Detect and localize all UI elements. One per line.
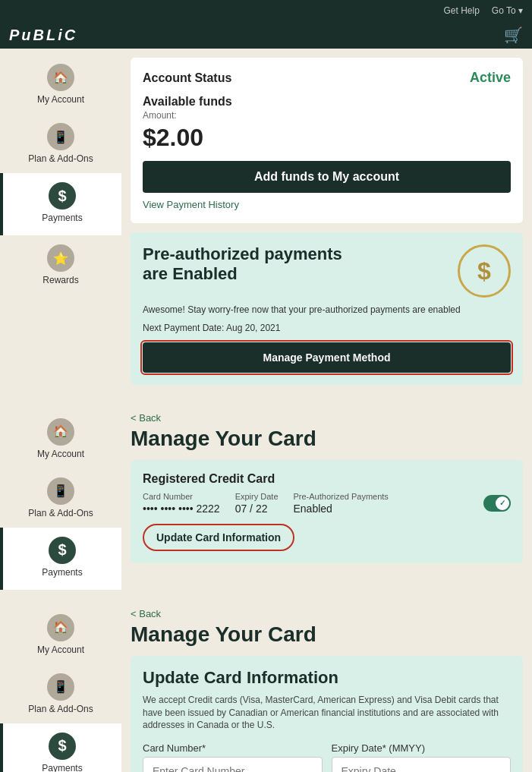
form-row-card-expiry: Card Number* Expiry Date* (MMYY) xyxy=(143,742,511,772)
content-area-2: Back Manage Your Card Registered Credit … xyxy=(121,403,532,590)
update-form-description: We accept Credit cards (Visa, MasterCard… xyxy=(143,694,511,732)
home-icon-1: 🏠 xyxy=(47,64,74,91)
expiry-group: Expiry Date 07 / 22 xyxy=(235,492,279,515)
available-funds-label: Available funds xyxy=(143,95,511,109)
sidebar-label-plan-3: Plan & Add-Ons xyxy=(28,704,93,714)
preauth-header: Pre-authorized payments are Enabled $ xyxy=(143,244,511,298)
card-number-form-label: Card Number* xyxy=(143,742,323,754)
registered-card-section: Registered Credit Card Card Number •••• … xyxy=(131,460,523,563)
sidebar-item-payments-1[interactable]: $ Payments xyxy=(0,173,121,235)
sidebar-item-my-account-1[interactable]: 🏠 My Account xyxy=(0,55,121,114)
sidebar-label-my-account-3: My Account xyxy=(37,644,84,655)
section-divider-2 xyxy=(0,590,532,599)
sidebar-label-payments-3: Payments xyxy=(42,763,82,772)
preauth-card: Pre-authorized payments are Enabled $ Aw… xyxy=(131,232,523,385)
brand-logo: PuBLiC xyxy=(9,27,77,44)
dollar-circle-icon: $ xyxy=(458,244,511,298)
amount-value: $2.00 xyxy=(143,124,511,152)
sidebar-3: 🏠 My Account 📱 Plan & Add-Ons $ Payments… xyxy=(0,599,121,772)
card-number-form-group: Card Number* xyxy=(143,742,323,772)
next-payment-label: Next Payment Date: xyxy=(143,323,224,333)
payments-icon-3: $ xyxy=(49,733,76,760)
sidebar-label-my-account-1: My Account xyxy=(37,94,84,105)
expiry-value: 07 / 22 xyxy=(235,503,279,515)
card-number-group: Card Number •••• •••• •••• 2222 xyxy=(143,492,220,515)
amount-label: Amount: xyxy=(143,110,511,121)
sidebar-item-my-account-3[interactable]: 🏠 My Account xyxy=(0,605,121,664)
expiry-form-label: Expiry Date* (MMYY) xyxy=(332,742,512,754)
sidebar-2: 🏠 My Account 📱 Plan & Add-Ons $ Payments xyxy=(0,403,121,590)
expiry-input[interactable] xyxy=(332,757,512,772)
content-area-1: Account Status Active Available funds Am… xyxy=(121,49,532,394)
update-form-section: Update Card Information We accept Credit… xyxy=(131,656,523,772)
section-1-panel: 🏠 My Account 📱 Plan & Add-Ons $ Payments… xyxy=(0,49,532,394)
preauth-toggle[interactable]: ✓ xyxy=(483,495,511,512)
sidebar-1: 🏠 My Account 📱 Plan & Add-Ons $ Payments… xyxy=(0,49,121,394)
home-icon-3: 🏠 xyxy=(47,614,74,641)
rewards-icon-1: ⭐ xyxy=(47,244,74,272)
account-status-header: Account Status Active xyxy=(143,70,511,86)
add-funds-button[interactable]: Add funds to My account xyxy=(143,161,511,193)
plan-icon-2: 📱 xyxy=(47,477,74,505)
preauth-title: Pre-authorized payments are Enabled xyxy=(143,244,370,285)
expiry-form-group: Expiry Date* (MMYY) xyxy=(332,742,512,772)
back-link-3[interactable]: Back xyxy=(131,608,523,619)
back-link-2[interactable]: Back xyxy=(131,412,523,424)
sidebar-item-rewards-1[interactable]: ⭐ Rewards xyxy=(0,235,121,295)
cart-icon[interactable]: 🛒 xyxy=(504,26,523,44)
payments-icon-2: $ xyxy=(49,537,76,564)
view-payment-history-link[interactable]: View Payment History xyxy=(143,199,239,210)
sidebar-label-payments-1: Payments xyxy=(42,213,82,223)
preauth-status-label: Pre-Authorized Payments xyxy=(294,492,389,501)
plan-icon-1: 📱 xyxy=(47,123,74,150)
sidebar-label-plan-1: Plan & Add-Ons xyxy=(28,153,93,164)
manage-card-title-3: Manage Your Card xyxy=(131,622,523,647)
sidebar-label-my-account-2: My Account xyxy=(37,449,84,459)
sidebar-item-payments-2[interactable]: $ Payments xyxy=(0,528,121,590)
card-number-label: Card Number xyxy=(143,492,220,501)
plan-icon-3: 📱 xyxy=(47,673,74,701)
toggle-check-icon: ✓ xyxy=(496,496,509,510)
preauth-status-group: Pre-Authorized Payments Enabled xyxy=(294,492,389,515)
sidebar-item-my-account-2[interactable]: 🏠 My Account xyxy=(0,409,121,468)
next-payment-date: Aug 20, 2021 xyxy=(226,323,280,333)
sidebar-item-plan-1[interactable]: 📱 Plan & Add-Ons xyxy=(0,114,121,173)
sidebar-label-plan-2: Plan & Add-Ons xyxy=(28,508,93,518)
get-help-link[interactable]: Get Help xyxy=(444,5,480,16)
manage-card-title-2: Manage Your Card xyxy=(131,427,523,451)
sidebar-item-plan-3[interactable]: 📱 Plan & Add-Ons xyxy=(0,664,121,723)
update-card-info-button[interactable]: Update Card Information xyxy=(143,524,294,551)
preauth-next-payment-date: Next Payment Date: Aug 20, 2021 xyxy=(143,323,511,333)
section-3-panel: 🏠 My Account 📱 Plan & Add-Ons $ Payments… xyxy=(0,599,532,772)
preauth-status-value: Enabled xyxy=(294,503,389,515)
sidebar-label-rewards-1: Rewards xyxy=(42,275,78,285)
card-number-input[interactable] xyxy=(143,757,323,772)
manage-payment-method-button[interactable]: Manage Payment Method xyxy=(143,342,511,373)
sidebar-item-plan-2[interactable]: 📱 Plan & Add-Ons xyxy=(0,468,121,528)
registered-card-title: Registered Credit Card xyxy=(143,472,511,486)
account-status-card: Account Status Active Available funds Am… xyxy=(131,58,523,223)
payments-icon-1: $ xyxy=(49,182,76,210)
status-active-badge: Active xyxy=(470,70,511,86)
home-icon-2: 🏠 xyxy=(47,418,74,446)
card-number-value: •••• •••• •••• 2222 xyxy=(143,503,220,515)
logo-bar: PuBLiC 🛒 xyxy=(0,21,532,49)
sidebar-label-payments-2: Payments xyxy=(42,567,82,578)
content-area-3: Back Manage Your Card Update Card Inform… xyxy=(121,599,532,772)
update-form-title: Update Card Information xyxy=(143,668,511,688)
section-divider-1 xyxy=(0,394,532,403)
nav-items: Get Help Go To ▾ xyxy=(444,5,524,16)
expiry-label: Expiry Date xyxy=(235,492,279,501)
sidebar-item-payments-3[interactable]: $ Payments xyxy=(0,723,121,772)
account-status-title: Account Status xyxy=(143,71,231,85)
section-2-panel: 🏠 My Account 📱 Plan & Add-Ons $ Payments… xyxy=(0,403,532,590)
go-to-link[interactable]: Go To ▾ xyxy=(492,5,523,16)
card-details-row: Card Number •••• •••• •••• 2222 Expiry D… xyxy=(143,492,511,515)
preauth-description: Awesome! Stay worry-free now that your p… xyxy=(143,304,511,317)
top-nav: Get Help Go To ▾ xyxy=(0,0,532,21)
